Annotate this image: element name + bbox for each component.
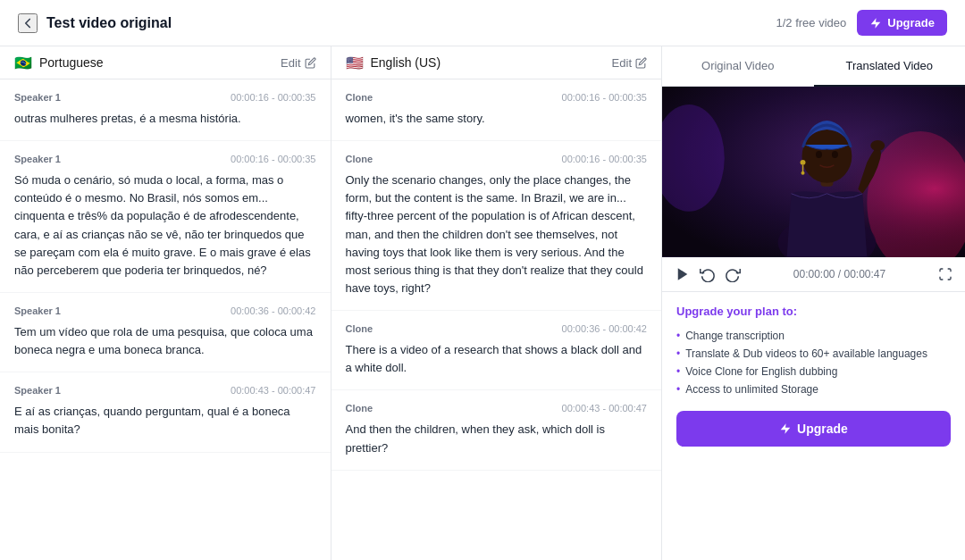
timestamp-3-en: 00:00:43 - 00:00:47	[562, 403, 647, 414]
text-0-pt: outras mulheres pretas, é a mesma histór…	[14, 110, 316, 128]
fullscreen-button[interactable]	[938, 267, 952, 281]
edit-icon-en	[635, 57, 647, 69]
rewind-button[interactable]	[700, 266, 716, 282]
timestamp-1-en: 00:00:16 - 00:00:35	[562, 154, 647, 164]
upgrade-section: Upgrade your plan to: Change transcripti…	[662, 292, 965, 560]
clone-3-en: Clone	[346, 403, 373, 414]
feature-1: Change transcription	[676, 327, 951, 345]
english-edit-button[interactable]: Edit	[612, 56, 647, 70]
segment-3-en: Clone 00:00:43 - 00:00:47 And then the c…	[331, 390, 662, 470]
header-upgrade-button[interactable]: Upgrade	[857, 10, 947, 36]
clone-1-en: Clone	[346, 154, 373, 164]
upgrade-cta-button[interactable]: Upgrade	[676, 411, 951, 447]
segment-2-en: Clone 00:00:36 - 00:00:42 There is a vid…	[331, 311, 662, 390]
segment-0-pt: Speaker 1 00:00:16 - 00:00:35 outras mul…	[0, 79, 331, 141]
app-header: Test video original 1/2 free video Upgra…	[0, 0, 965, 46]
timestamp-2-en: 00:00:36 - 00:00:42	[562, 323, 647, 334]
free-video-badge: 1/2 free video	[776, 16, 846, 29]
english-content: Clone 00:00:16 - 00:00:35 women, it's th…	[331, 79, 662, 560]
timestamp-0-pt: 00:00:16 - 00:00:35	[231, 92, 315, 103]
text-3-en: And then the children, when they ask, wh…	[346, 421, 648, 456]
edit-icon	[305, 57, 316, 69]
portuguese-lang-info: 🇧🇷 Portuguese	[14, 55, 104, 70]
tab-original-video[interactable]: Original Video	[662, 46, 814, 87]
feature-4: Access to unlimited Storage	[676, 380, 951, 398]
english-flag: 🇺🇸	[346, 56, 364, 69]
clone-0-en: Clone	[346, 92, 373, 103]
timestamp-1-pt: 00:00:16 - 00:00:35	[231, 154, 315, 164]
tab-translated-video[interactable]: Translated Video	[814, 46, 966, 87]
text-1-en: Only the scenario changes, only the plac…	[346, 171, 648, 297]
feature-3: Voice Clone for English dubbing	[676, 363, 951, 380]
svg-point-8	[832, 151, 838, 158]
svg-point-6	[802, 130, 852, 183]
header-right: 1/2 free video Upgrade	[776, 10, 947, 36]
timestamp-2-pt: 00:00:36 - 00:00:42	[231, 305, 315, 316]
speaker-1-pt: Speaker 1	[14, 154, 61, 164]
segment-0-en: Clone 00:00:16 - 00:00:35 women, it's th…	[331, 79, 662, 141]
play-button[interactable]	[675, 266, 691, 282]
header-left: Test video original	[18, 13, 172, 33]
video-tabs: Original Video Translated Video	[662, 46, 965, 87]
feature-2: Translate & Dub videos to 60+ available …	[676, 345, 951, 363]
segment-2-pt: Speaker 1 00:00:36 - 00:00:42 Tem um víd…	[0, 293, 331, 372]
portuguese-content: Speaker 1 00:00:16 - 00:00:35 outras mul…	[0, 79, 331, 560]
segment-3-pt: Speaker 1 00:00:43 - 00:00:47 E aí as cr…	[0, 372, 331, 452]
text-2-pt: Tem um vídeo que rola de uma pesquisa, q…	[14, 323, 316, 359]
svg-point-7	[816, 151, 822, 158]
timestamp-0-en: 00:00:16 - 00:00:35	[562, 92, 647, 103]
back-button[interactable]	[18, 13, 38, 33]
text-1-pt: Só muda o cenário, só muda o local, a fo…	[14, 171, 316, 280]
speaker-2-pt: Speaker 1	[14, 305, 61, 316]
video-player[interactable]	[662, 87, 965, 257]
segment-1-en: Clone 00:00:16 - 00:00:35 Only the scena…	[331, 141, 662, 311]
time-display: 00:00:00 / 00:00:47	[750, 268, 929, 280]
portuguese-lang-name: Portuguese	[39, 55, 104, 70]
text-0-en: women, it's the same story.	[346, 110, 648, 128]
right-panel: Original Video Translated Video	[661, 46, 965, 560]
transcript-area: 🇧🇷 Portuguese Edit Speaker 1 00:00:16 - …	[0, 46, 661, 560]
svg-point-9	[801, 160, 806, 165]
english-lang-info: 🇺🇸 English (US)	[346, 55, 441, 70]
text-2-en: There is a video of a research that show…	[346, 341, 648, 377]
video-controls: 00:00:00 / 00:00:47	[662, 257, 965, 292]
lightning-icon	[869, 17, 882, 29]
svg-point-11	[870, 140, 885, 151]
forward-button[interactable]	[725, 266, 741, 282]
english-lang-name: English (US)	[371, 55, 441, 70]
svg-marker-12	[678, 268, 688, 280]
segment-1-pt: Speaker 1 00:00:16 - 00:00:35 Só muda o …	[0, 141, 331, 293]
portuguese-column: 🇧🇷 Portuguese Edit Speaker 1 00:00:16 - …	[0, 46, 331, 560]
portuguese-column-header: 🇧🇷 Portuguese Edit	[0, 46, 331, 79]
timestamp-3-pt: 00:00:43 - 00:00:47	[231, 385, 315, 396]
video-frame	[662, 87, 965, 257]
main-area: 🇧🇷 Portuguese Edit Speaker 1 00:00:16 - …	[0, 46, 965, 560]
upgrade-lightning-icon	[779, 422, 792, 435]
upgrade-title: Upgrade your plan to:	[676, 305, 951, 318]
video-thumbnail	[662, 87, 965, 257]
upgrade-features-list: Change transcription Translate & Dub vid…	[676, 327, 951, 398]
portuguese-edit-button[interactable]: Edit	[281, 56, 315, 70]
speaker-0-pt: Speaker 1	[14, 92, 61, 103]
english-column-header: 🇺🇸 English (US) Edit	[331, 46, 662, 79]
svg-point-10	[801, 171, 805, 175]
text-3-pt: E aí as crianças, quando perguntam, qual…	[14, 403, 316, 439]
page-title: Test video original	[46, 15, 172, 31]
clone-2-en: Clone	[346, 323, 373, 334]
portuguese-flag: 🇧🇷	[14, 56, 32, 69]
speaker-3-pt: Speaker 1	[14, 385, 61, 396]
english-column: 🇺🇸 English (US) Edit Clone 00:00:16 - 00…	[331, 46, 662, 560]
